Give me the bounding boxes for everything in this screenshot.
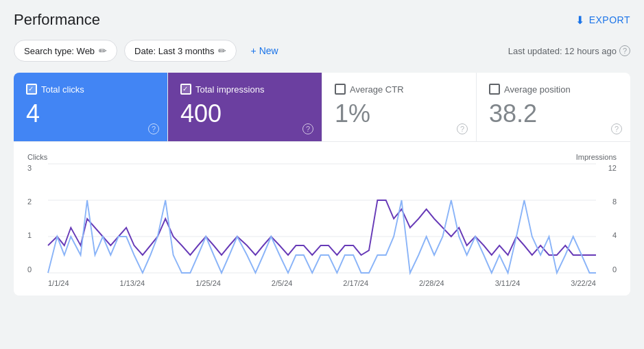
total-clicks-value: 4 bbox=[26, 100, 155, 128]
page-header: Performance ⬇ EXPORT bbox=[14, 11, 630, 29]
average-ctr-help[interactable]: ? bbox=[457, 123, 468, 134]
chart-container: 0 1 2 3 0 4 8 12 bbox=[27, 164, 617, 287]
average-ctr-checkbox[interactable] bbox=[335, 84, 346, 95]
total-impressions-checkbox[interactable]: ✓ bbox=[180, 84, 191, 95]
toolbar: Search type: Web ✏ Date: Last 3 months ✏… bbox=[14, 40, 630, 62]
total-impressions-label: Total impressions bbox=[195, 84, 264, 95]
right-axis-label: Impressions bbox=[576, 153, 617, 161]
y-axis-right: 0 4 8 12 bbox=[597, 164, 617, 274]
help-icon-toolbar[interactable]: ? bbox=[619, 45, 630, 56]
x-axis-labels: 1/1/24 1/13/24 1/25/24 2/5/24 2/17/24 2/… bbox=[48, 279, 596, 287]
metric-total-clicks[interactable]: ✓ Total clicks 4 ? bbox=[14, 73, 168, 141]
total-impressions-help[interactable]: ? bbox=[302, 123, 313, 134]
chart-svg-wrapper bbox=[48, 164, 596, 274]
average-position-checkbox[interactable] bbox=[489, 84, 500, 95]
download-icon: ⬇ bbox=[575, 14, 585, 27]
export-button[interactable]: ⬇ EXPORT bbox=[575, 14, 630, 27]
average-ctr-label: Average CTR bbox=[350, 84, 404, 95]
toolbar-filters: Search type: Web ✏ Date: Last 3 months ✏… bbox=[14, 40, 285, 62]
metrics-row: ✓ Total clicks 4 ? ✓ Total impressions 4… bbox=[14, 73, 630, 142]
chart-axis-labels: Clicks Impressions bbox=[27, 153, 617, 161]
metric-total-impressions[interactable]: ✓ Total impressions 400 ? bbox=[168, 73, 322, 141]
metrics-panel: ✓ Total clicks 4 ? ✓ Total impressions 4… bbox=[14, 73, 630, 296]
total-impressions-value: 400 bbox=[180, 100, 309, 128]
total-clicks-checkbox[interactable]: ✓ bbox=[26, 84, 37, 95]
average-position-label: Average position bbox=[504, 84, 571, 95]
date-label: Date: Last 3 months bbox=[134, 46, 214, 56]
new-label: New bbox=[259, 45, 278, 56]
total-clicks-label: Total clicks bbox=[41, 84, 84, 95]
date-filter[interactable]: Date: Last 3 months ✏ bbox=[124, 40, 237, 62]
total-clicks-help[interactable]: ? bbox=[148, 123, 159, 134]
search-type-label: Search type: Web bbox=[24, 46, 95, 56]
average-ctr-value: 1% bbox=[335, 100, 464, 128]
metric-average-position[interactable]: Average position 38.2 ? bbox=[477, 73, 630, 141]
pencil-icon-2: ✏ bbox=[218, 45, 226, 56]
check-icon-2: ✓ bbox=[182, 86, 189, 93]
pencil-icon: ✏ bbox=[99, 45, 107, 56]
search-type-filter[interactable]: Search type: Web ✏ bbox=[14, 40, 117, 62]
metric-average-ctr[interactable]: Average CTR 1% ? bbox=[322, 73, 477, 141]
plus-icon: + bbox=[250, 45, 256, 56]
average-position-value: 38.2 bbox=[489, 100, 618, 128]
left-axis-label: Clicks bbox=[27, 153, 47, 161]
last-updated-text: Last updated: 12 hours ago ? bbox=[508, 45, 630, 56]
chart-svg bbox=[48, 164, 596, 274]
new-button[interactable]: + New bbox=[243, 40, 285, 61]
average-position-help[interactable]: ? bbox=[611, 123, 622, 134]
page-title: Performance bbox=[14, 11, 100, 29]
chart-area: Clicks Impressions 0 1 2 3 0 4 8 12 bbox=[14, 142, 630, 296]
y-axis-left: 0 1 2 3 bbox=[27, 164, 47, 274]
check-icon: ✓ bbox=[28, 86, 35, 93]
